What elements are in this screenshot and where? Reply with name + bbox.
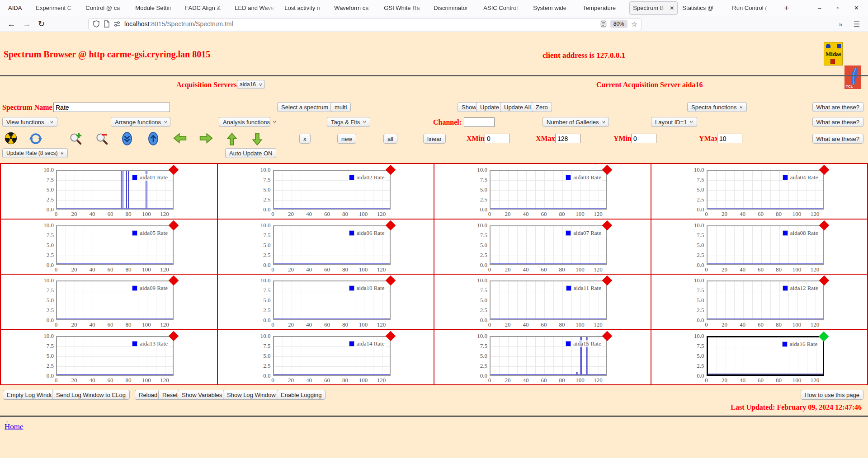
how-to-use-button[interactable]: How to use this page — [801, 390, 863, 400]
arrow-left-icon[interactable] — [173, 132, 187, 145]
new-tab-button[interactable]: + — [784, 4, 789, 12]
view-functions-select[interactable]: View functions∨ — [2, 117, 57, 127]
browser-tab-run-control[interactable]: Run Control ( — [729, 1, 777, 14]
browser-tab-control-ca[interactable]: Control @ ca — [82, 1, 131, 14]
browser-tab-module-settin[interactable]: Module Settin — [132, 1, 180, 14]
zoom-out-icon[interactable] — [95, 132, 108, 145]
gallery-diamond-icon[interactable] — [819, 165, 829, 175]
browser-tab-lost-activity-n[interactable]: Lost activity n — [281, 1, 330, 14]
channel-input[interactable] — [464, 117, 495, 127]
browser-tab-system-wide[interactable]: System wide — [530, 1, 578, 14]
browser-tab-gsi-white-ra[interactable]: GSI White Ra — [381, 1, 429, 14]
auto-update-button[interactable]: Auto Update ON — [225, 148, 276, 158]
layout-id-select[interactable]: Layout ID=1∨ — [651, 117, 697, 127]
midas-logo[interactable]: Midas — [824, 42, 843, 65]
tcl-logo[interactable]: TCL — [844, 65, 861, 89]
y-tick-label: 7.5 — [697, 232, 704, 239]
x-scale-button[interactable]: x — [299, 134, 311, 144]
url-bar[interactable]: localhost:8015/Spectrum/Spectrum.tml 80%… — [88, 18, 642, 30]
new-button[interactable]: new — [337, 134, 356, 144]
gallery-diamond-icon[interactable] — [819, 220, 829, 230]
browser-tab-fadc-align[interactable]: FADC Align & — [182, 1, 230, 14]
enable-logging-button[interactable]: Enable Logging — [277, 390, 326, 400]
what-are-these-button-1[interactable]: What are these? — [812, 102, 863, 112]
acquisition-server-select[interactable]: aida16∨ — [237, 80, 265, 89]
ymax-input[interactable] — [717, 134, 742, 143]
reload-button[interactable]: Reload — [135, 390, 161, 400]
back-button[interactable]: ← — [7, 20, 15, 28]
browser-tab-temperature[interactable]: Temperature — [580, 1, 628, 14]
minimize-button[interactable]: – — [818, 5, 821, 11]
refresh-icon[interactable] — [29, 132, 42, 145]
show-variables-button[interactable]: Show Variables — [178, 390, 226, 400]
spectrum-name-input[interactable] — [53, 103, 170, 112]
gallery-diamond-icon[interactable] — [602, 276, 613, 286]
gallery-diamond-icon[interactable] — [385, 331, 396, 341]
tags-fits-select[interactable]: Tags & Fits∨ — [327, 117, 370, 127]
browser-tab-asic-control[interactable]: ASIC Control — [480, 1, 528, 14]
xmin-input[interactable] — [485, 134, 510, 143]
select-a-spectrum-select[interactable]: Select a spectrum∨ — [277, 102, 339, 112]
page-icon[interactable] — [104, 20, 110, 28]
gallery-diamond-icon[interactable] — [602, 220, 613, 230]
gallery-diamond-icon[interactable] — [169, 220, 179, 230]
zoom-in-icon[interactable] — [69, 132, 82, 145]
gallery-diamond-icon[interactable] — [819, 276, 829, 286]
shield-icon[interactable] — [93, 20, 100, 28]
show-log-window-button[interactable]: Show Log Window — [223, 390, 280, 400]
zero-button[interactable]: Zero — [532, 102, 552, 112]
tab-close-icon[interactable]: ✕ — [670, 5, 674, 11]
all-button[interactable]: all — [383, 134, 397, 144]
arrow-right-icon[interactable] — [199, 132, 213, 145]
url-text[interactable]: localhost:8015/Spectrum/Spectrum.tml — [124, 20, 597, 28]
overflow-chevrons-icon[interactable]: » — [839, 20, 842, 28]
gallery-diamond-icon[interactable] — [602, 331, 613, 341]
gallery-diamond-icon[interactable] — [385, 276, 396, 286]
update-rate-select[interactable]: Update Rate (8 secs)∨ — [2, 148, 68, 158]
gallery-diamond-icon[interactable] — [169, 276, 179, 286]
browser-tab-discriminator[interactable]: Discriminator — [430, 1, 479, 14]
bookmark-star-icon[interactable]: ☆ — [631, 20, 637, 28]
expand-vertical-icon[interactable] — [147, 132, 159, 145]
linear-button[interactable]: linear — [423, 134, 446, 144]
collapse-vertical-icon[interactable] — [121, 132, 133, 145]
reload-page-button[interactable]: ↻ — [38, 20, 45, 28]
multi-button[interactable]: multi — [330, 102, 351, 112]
gallery-diamond-icon[interactable] — [385, 165, 396, 175]
browser-tab-waveform-ca[interactable]: Waveform ca — [331, 1, 379, 14]
home-link[interactable]: Home — [5, 422, 24, 431]
gallery-diamond-icon[interactable] — [602, 165, 613, 175]
arrange-functions-select[interactable]: Arrange functions∨ — [111, 117, 170, 127]
xmax-input[interactable] — [555, 134, 580, 143]
close-button[interactable]: ✕ — [854, 5, 859, 11]
browser-tab-led-and-wave[interactable]: LED and Wave — [231, 1, 280, 14]
update-button[interactable]: Update — [476, 102, 503, 112]
what-are-these-button-3[interactable]: What are these? — [812, 134, 863, 144]
browser-tab-statistics[interactable]: Statistics @ — [679, 1, 727, 14]
send-log-window-to-elog-button[interactable]: Send Log Window to ELog — [52, 390, 130, 400]
gallery-diamond-icon[interactable] — [385, 220, 396, 230]
site-permissions-icon[interactable] — [113, 21, 121, 27]
radiation-icon[interactable] — [5, 132, 17, 145]
last-updated-text: Last Updated: February 09, 2024 12:47:46 — [731, 403, 862, 411]
hamburger-menu-icon[interactable]: ☰ — [854, 20, 860, 28]
browser-tab-spectrum-b[interactable]: Spectrum B✕ — [629, 1, 678, 14]
what-are-these-button-2[interactable]: What are these? — [812, 117, 863, 127]
number-of-galleries-select[interactable]: Number of Galleries∨ — [542, 117, 609, 127]
arrow-down-icon[interactable] — [251, 132, 263, 146]
maximize-button[interactable]: ▫ — [836, 5, 839, 11]
analysis-functions-select[interactable]: Analysis functions∨ — [219, 117, 270, 127]
ymin-input[interactable] — [631, 134, 656, 143]
spectra-functions-select[interactable]: Spectra functions∨ — [687, 102, 747, 112]
selected-gallery-diamond-icon[interactable] — [818, 331, 829, 341]
reader-mode-icon[interactable] — [600, 20, 607, 28]
gallery-diamond-icon[interactable] — [169, 331, 179, 341]
forward-button[interactable]: → — [23, 20, 31, 28]
gallery-diamond-icon[interactable] — [169, 165, 179, 175]
tags-fits-value: Tags & Fits — [331, 119, 360, 126]
browser-tab-experiment-c[interactable]: Experiment C — [33, 1, 81, 14]
legend-swatch-icon — [566, 341, 571, 346]
update-all-button[interactable]: Update All — [500, 102, 535, 112]
zoom-level-button[interactable]: 80% — [610, 20, 627, 28]
arrow-up-icon[interactable] — [226, 132, 238, 146]
